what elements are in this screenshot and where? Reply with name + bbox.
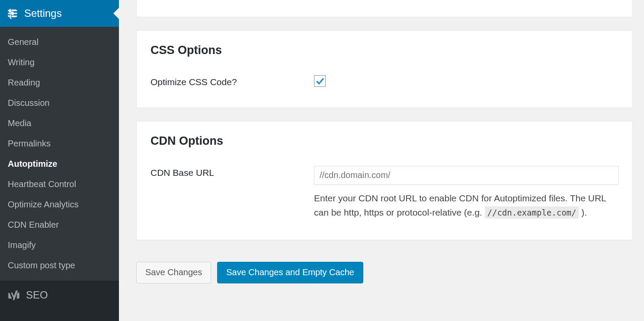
- svg-rect-2: [11, 10, 17, 11]
- cdn-base-url-label: CDN Base URL: [151, 166, 314, 178]
- cdn-base-url-field: Enter your CDN root URL to enable CDN fo…: [314, 166, 618, 220]
- sidebar-item-imagify[interactable]: Imagify: [0, 235, 119, 255]
- sidebar-item-optimize-analytics[interactable]: Optimize Analytics: [0, 194, 119, 215]
- optimize-css-row: Optimize CSS Code?: [151, 75, 618, 88]
- svg-rect-6: [8, 16, 10, 17]
- sidebar-item-seo[interactable]: SEO: [0, 281, 119, 308]
- sidebar-header-label: Settings: [24, 7, 62, 19]
- sidebar-item-writing[interactable]: Writing: [0, 52, 119, 73]
- panel-top-spacer: [136, 0, 633, 17]
- main-content: CSS Options Optimize CSS Code? CDN Optio…: [119, 0, 644, 321]
- sidebar-item-permalinks[interactable]: Permalinks: [0, 133, 119, 154]
- sidebar-item-custom-post-type[interactable]: Custom post type: [0, 255, 119, 276]
- svg-rect-8: [11, 16, 17, 17]
- save-empty-cache-button[interactable]: Save Changes and Empty Cache: [217, 262, 363, 283]
- sidebar-item-label: SEO: [26, 289, 48, 301]
- svg-rect-4: [13, 12, 14, 15]
- sidebar-item-media[interactable]: Media: [0, 113, 119, 133]
- sidebar-submenu: General Writing Reading Discussion Media…: [0, 27, 119, 281]
- button-row: Save Changes Save Changes and Empty Cach…: [136, 262, 633, 283]
- sidebar-item-reading[interactable]: Reading: [0, 73, 119, 93]
- svg-rect-0: [8, 10, 10, 11]
- yoast-icon: [8, 289, 20, 301]
- svg-rect-3: [8, 13, 12, 14]
- sidebar-item-cdn-enabler[interactable]: CDN Enabler: [0, 215, 119, 235]
- cdn-options-panel: CDN Options CDN Base URL Enter your CDN …: [136, 121, 633, 240]
- sidebar-item-discussion[interactable]: Discussion: [0, 93, 119, 113]
- sliders-icon: [7, 8, 18, 19]
- admin-sidebar: Settings General Writing Reading Discuss…: [0, 0, 119, 321]
- cdn-base-url-row: CDN Base URL Enter your CDN root URL to …: [151, 166, 618, 220]
- svg-rect-7: [10, 15, 11, 18]
- cdn-help-code: //cdn.example.com/: [485, 207, 579, 219]
- sidebar-item-general[interactable]: General: [0, 32, 119, 52]
- svg-rect-1: [10, 9, 11, 13]
- sidebar-header-settings[interactable]: Settings: [0, 0, 119, 27]
- css-options-panel: CSS Options Optimize CSS Code?: [136, 30, 633, 108]
- cdn-help-text: Enter your CDN root URL to enable CDN fo…: [314, 191, 618, 220]
- sidebar-item-autoptimize[interactable]: Autoptimize: [0, 154, 119, 174]
- checkmark-icon: [315, 76, 325, 86]
- save-changes-button[interactable]: Save Changes: [136, 262, 211, 283]
- svg-rect-5: [14, 13, 17, 14]
- optimize-css-label: Optimize CSS Code?: [151, 75, 314, 87]
- optimize-css-field: [314, 75, 618, 88]
- cdn-base-url-input[interactable]: [314, 166, 618, 185]
- css-options-title: CSS Options: [151, 44, 618, 57]
- sidebar-item-heartbeat-control[interactable]: Heartbeat Control: [0, 174, 119, 194]
- optimize-css-checkbox[interactable]: [314, 75, 326, 87]
- cdn-options-title: CDN Options: [151, 134, 618, 148]
